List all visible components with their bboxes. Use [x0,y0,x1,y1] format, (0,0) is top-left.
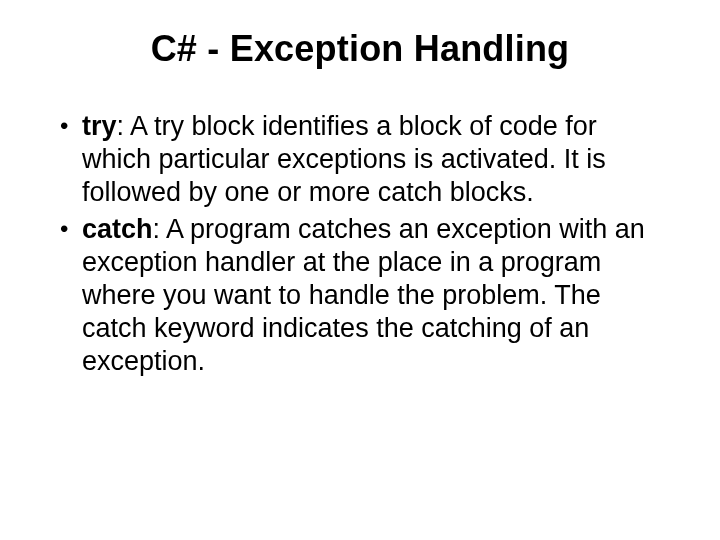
list-item: try: A try block identifies a block of c… [56,110,668,209]
slide-title: C# - Exception Handling [48,28,672,70]
list-item: catch: A program catches an exception wi… [56,213,668,378]
bullet-text: : A try block identifies a block of code… [82,111,606,207]
slide: C# - Exception Handling try: A try block… [0,0,720,540]
keyword-try: try [82,111,117,141]
bullet-text: : A program catches an exception with an… [82,214,645,376]
keyword-catch: catch [82,214,153,244]
bullet-list: try: A try block identifies a block of c… [48,110,672,378]
